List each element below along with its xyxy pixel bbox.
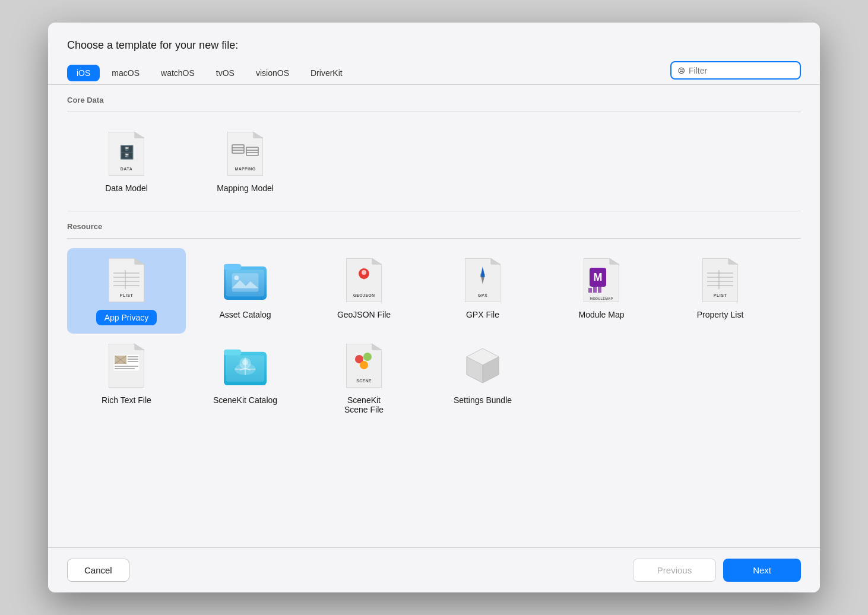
asset-catalog-folder-icon	[224, 260, 267, 300]
platform-tabs: iOS macOS watchOS tvOS visionOS DriverKi…	[67, 65, 670, 81]
app-privacy-icon: PLIST	[105, 256, 148, 304]
svg-text:GPX: GPX	[478, 293, 487, 297]
svg-marker-14	[135, 258, 144, 264]
data-model-icon: 🗄️ DATA	[105, 130, 148, 177]
rich-text-label: Rich Text File	[102, 395, 151, 405]
tab-tvos[interactable]: tvOS	[207, 65, 244, 81]
item-geojson-file[interactable]: GEOJSON GeoJSON File	[305, 248, 423, 334]
svg-rect-22	[224, 264, 241, 270]
settings-bundle-3d-icon	[462, 345, 503, 386]
scenekit-catalog-label: SceneKit Catalog	[213, 395, 277, 405]
gpx-icon: GPX	[461, 256, 504, 304]
scenekit-scene-file-icon: SCENE	[346, 344, 382, 388]
data-model-file-icon: 🗄️ DATA	[109, 132, 144, 176]
filter-icon: ⊜	[677, 65, 685, 76]
item-module-map[interactable]: M MODULEMAP Module Map	[542, 248, 661, 334]
geojson-label: GeoJSON File	[337, 310, 391, 319]
svg-text:M: M	[594, 271, 603, 283]
svg-marker-1	[135, 132, 144, 138]
gpx-file-icon: GPX	[465, 258, 500, 302]
gpx-label: GPX File	[466, 310, 499, 319]
scenekit-scene-icon: SCENE	[343, 342, 385, 389]
module-map-label: Module Map	[578, 310, 624, 319]
dialog-footer: Cancel Previous Next	[48, 547, 820, 592]
svg-text:MAPPING: MAPPING	[235, 167, 256, 171]
cancel-button[interactable]: Cancel	[67, 559, 129, 582]
svg-marker-48	[728, 258, 738, 264]
tab-watchos[interactable]: watchOS	[151, 65, 204, 81]
tab-visionos[interactable]: visionOS	[246, 65, 299, 81]
tabs-filter-bar: iOS macOS watchOS tvOS visionOS DriverKi…	[48, 61, 820, 85]
svg-marker-34	[491, 258, 500, 264]
geojson-icon: GEOJSON	[343, 256, 385, 304]
next-button[interactable]: Next	[723, 559, 801, 582]
previous-button[interactable]: Previous	[633, 559, 716, 582]
svg-point-73	[242, 359, 248, 365]
filter-input[interactable]	[689, 66, 794, 75]
item-scenekit-scene[interactable]: SCENE SceneKitScene File	[305, 334, 423, 423]
svg-text:PLIST: PLIST	[120, 293, 134, 297]
item-settings-bundle[interactable]: Settings Bundle	[423, 334, 542, 423]
property-list-label: Property List	[697, 310, 744, 319]
svg-text:SCENE: SCENE	[356, 379, 372, 383]
item-scenekit-catalog[interactable]: SceneKit Catalog	[186, 334, 305, 423]
rich-text-icon	[105, 342, 148, 389]
data-model-label: Data Model	[105, 183, 148, 193]
svg-rect-44	[593, 285, 597, 293]
app-privacy-file-icon: PLIST	[109, 258, 144, 302]
property-list-file-icon: PLIST	[702, 258, 738, 302]
tab-macos[interactable]: macOS	[102, 65, 149, 81]
geojson-file-icon: GEOJSON	[346, 258, 382, 302]
resource-items: PLIST App Privacy	[67, 239, 801, 432]
svg-marker-40	[610, 258, 619, 264]
mapping-model-icon: MAPPING	[224, 130, 267, 177]
dialog-title: Choose a template for your new file:	[48, 23, 820, 61]
app-privacy-label-bg: App Privacy	[96, 310, 157, 325]
svg-rect-67	[224, 350, 241, 356]
svg-point-78	[360, 361, 368, 369]
scenekit-catalog-icon	[224, 342, 267, 389]
item-rich-text-file[interactable]: Rich Text File	[67, 334, 186, 423]
mapping-model-file-icon: MAPPING	[227, 132, 263, 176]
item-mapping-model[interactable]: MAPPING Mapping Model	[186, 122, 305, 201]
svg-point-77	[363, 353, 372, 361]
property-list-icon: PLIST	[699, 256, 742, 304]
svg-text:🗄️: 🗄️	[119, 144, 135, 160]
app-privacy-label-wrapper: App Privacy	[96, 310, 157, 325]
section-core-data-header: Core Data	[67, 85, 801, 112]
svg-point-37	[481, 274, 484, 277]
asset-catalog-label: Asset Catalog	[219, 310, 271, 319]
item-property-list[interactable]: PLIST Property List	[661, 248, 780, 334]
section-resource-header: Resource	[67, 211, 801, 239]
footer-right-buttons: Previous Next	[633, 559, 801, 582]
svg-rect-43	[588, 288, 592, 293]
mapping-model-label: Mapping Model	[217, 183, 274, 193]
rich-text-file-icon	[109, 344, 144, 388]
app-privacy-label: App Privacy	[104, 313, 149, 322]
scenekit-catalog-folder-icon	[224, 345, 267, 386]
svg-rect-45	[598, 283, 601, 293]
item-data-model[interactable]: 🗄️ DATA Data Model	[67, 122, 186, 201]
core-data-items: 🗄️ DATA Data Model	[67, 112, 801, 211]
module-map-file-icon: M MODULEMAP	[584, 258, 619, 302]
svg-text:MODULEMAP: MODULEMAP	[590, 297, 613, 300]
item-app-privacy[interactable]: PLIST App Privacy	[67, 248, 186, 334]
svg-text:GEOJSON: GEOJSON	[353, 293, 375, 297]
filter-box[interactable]: ⊜	[670, 61, 801, 80]
template-dialog: Choose a template for your new file: iOS…	[48, 23, 820, 592]
asset-catalog-icon	[224, 256, 267, 304]
item-asset-catalog[interactable]: Asset Catalog	[186, 248, 305, 334]
template-content: Core Data 🗄️ DATA Data Model	[48, 85, 820, 547]
tab-driverkit[interactable]: DriverKit	[301, 65, 352, 81]
tab-ios[interactable]: iOS	[67, 65, 100, 81]
svg-text:PLIST: PLIST	[714, 293, 727, 297]
scenekit-scene-label: SceneKitScene File	[344, 395, 384, 414]
svg-point-30	[362, 270, 366, 275]
svg-point-25	[235, 275, 239, 280]
svg-marker-75	[372, 344, 382, 350]
svg-marker-5	[254, 132, 263, 138]
module-map-icon: M MODULEMAP	[580, 256, 623, 304]
settings-bundle-icon	[461, 342, 504, 389]
item-gpx-file[interactable]: GPX GPX File	[423, 248, 542, 334]
svg-marker-56	[135, 344, 144, 350]
